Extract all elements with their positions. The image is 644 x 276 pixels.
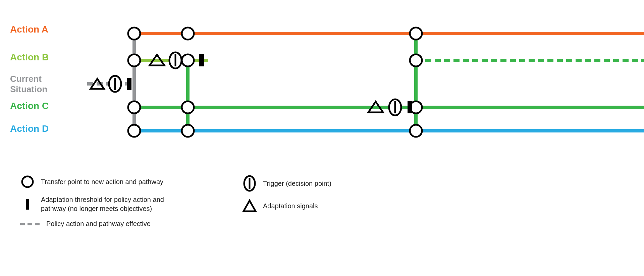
node-d1 — [128, 125, 140, 137]
node-a2 — [182, 27, 194, 40]
legend-item-dashed: Policy action and pathway effective — [20, 219, 175, 228]
legend-trigger-text: Trigger (decision point) — [263, 179, 331, 188]
dashed-legend-icon — [20, 221, 40, 227]
legend-area: Transfer point to new action and pathway… — [20, 174, 624, 228]
circle-legend-icon — [20, 174, 35, 189]
legend-bar-text: Adaptation threshold for policy action a… — [41, 195, 175, 213]
legend-dashed-text: Policy action and pathway effective — [46, 219, 151, 228]
node-b2 — [182, 54, 194, 66]
threshold-b — [199, 54, 204, 66]
svg-rect-15 — [26, 199, 29, 210]
node-d3 — [410, 125, 422, 137]
svg-marker-19 — [244, 201, 256, 211]
legend-item-bar: Adaptation threshold for policy action a… — [20, 195, 175, 213]
node-c1 — [128, 101, 140, 113]
legend-item-trigger: Trigger (decision point) — [242, 174, 331, 192]
legend-item-circle: Transfer point to new action and pathway — [20, 174, 175, 189]
bar-legend-icon — [20, 197, 35, 212]
node-a3 — [410, 27, 422, 40]
node-b3 — [410, 54, 422, 66]
legend-item-triangle: Adaptation signals — [242, 199, 331, 213]
pathway-diagram — [0, 0, 644, 168]
legend-col-1: Transfer point to new action and pathway… — [20, 174, 175, 228]
threshold-current — [127, 78, 131, 90]
node-b1 — [128, 54, 140, 66]
trigger-legend-icon — [242, 174, 257, 192]
legend-triangle-text: Adaptation signals — [263, 202, 318, 211]
threshold-c — [408, 101, 412, 113]
node-c2 — [182, 101, 194, 113]
triangle-legend-icon — [242, 199, 257, 213]
svg-point-14 — [22, 176, 33, 187]
legend-col-2: Trigger (decision point) Adaptation sign… — [242, 174, 331, 228]
node-d2 — [182, 125, 194, 137]
legend-circle-text: Transfer point to new action and pathway — [41, 177, 163, 186]
node-a1 — [128, 27, 140, 40]
